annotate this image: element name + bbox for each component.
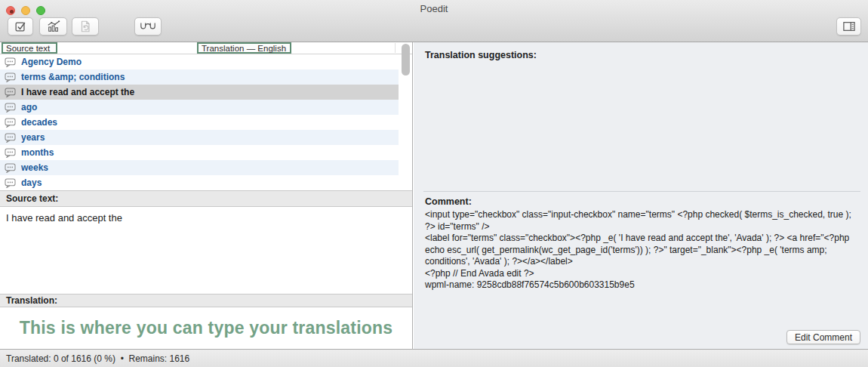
preview-glasses-icon [140,20,156,32]
list-item-label: Agency Demo [21,57,82,67]
main-area: Source text Translation — English Agency… [0,42,868,349]
statistics-button[interactable] [39,17,67,35]
validate-button[interactable] [8,17,33,35]
list-item-label: days [21,177,42,188]
list-item[interactable]: Agency Demo [0,54,399,69]
list-item[interactable]: decades [0,115,399,130]
entries-panel: Source text Translation — English Agency… [0,42,413,349]
comment-bubble-icon [5,133,16,143]
comment-text: <input type="checkbox" class="input-chec… [425,209,854,291]
list-item[interactable]: days [0,175,399,190]
list-item-label: weeks [21,162,48,173]
statistics-icon [46,20,61,33]
sidebar-toggle-button[interactable] [836,17,861,35]
poedit-window: { "window": { "title": "Poedit" }, "tool… [0,0,868,367]
source-text-display[interactable]: I have read and accept the [0,207,412,294]
translation-suggestions-label: Translation suggestions: [425,50,537,60]
comment-bubble-icon [5,57,16,67]
comment-label: Comment: [425,196,472,207]
comment-bubble-icon [5,163,16,173]
header-separator [395,43,396,53]
translation-band: Translation: [0,294,412,307]
list-item-label: ago [21,102,37,113]
status-bar: Translated: 0 of 1616 (0 %) • Remains: 1… [0,349,868,367]
list-item-label: months [21,147,54,158]
status-text: Translated: 0 of 1616 (0 %) • Remains: 1… [6,353,189,364]
translation-label: Translation: [6,295,57,306]
column-header-source-label: Source text [6,44,50,53]
comment-bubble-icon [5,148,16,158]
list-scrollbar-thumb[interactable] [402,44,410,76]
list-item-label: I have read and accept the [21,87,134,97]
list-item[interactable]: years [0,130,399,145]
validate-icon [14,20,27,33]
translation-input[interactable]: This is where you can type your translat… [0,307,412,349]
list-item-label: years [21,132,45,143]
titlebar[interactable]: Poedit [0,0,868,17]
comment-bubble-icon [5,88,16,97]
comment-bubble-icon [5,103,16,113]
edit-comment-button[interactable]: Edit Comment [786,330,860,344]
column-header-translation[interactable]: Translation — English [197,42,291,54]
source-text-value: I have read and accept the [6,212,122,224]
list-item[interactable]: ago [0,100,399,115]
sidebar-toggle-icon [842,20,856,32]
sidebar-panel: Translation suggestions: Comment: <input… [414,42,868,349]
list-header: Source text Translation — English [0,42,412,54]
toolbar [0,17,868,42]
preview-button[interactable] [134,17,162,35]
translation-placeholder: This is where you can type your translat… [20,318,392,338]
update-from-code-icon [78,20,92,33]
column-header-source[interactable]: Source text [2,42,57,54]
comment-bubble-icon [5,178,16,188]
comment-bubble-icon [5,72,16,82]
list-item[interactable]: weeks [0,160,399,175]
window-title: Poedit [0,3,868,14]
source-text-label: Source text: [6,193,58,204]
column-header-translation-label: Translation — English [202,44,286,53]
entries-list: Agency Demo terms &amp; conditions I hav… [0,54,412,191]
list-item[interactable]: terms &amp; conditions [0,69,399,85]
list-item-selected[interactable]: I have read and accept the [0,85,399,100]
list-item-label: terms &amp; conditions [21,72,125,82]
update-from-code-button[interactable] [72,17,99,35]
comment-bubble-icon [5,118,16,128]
window-chrome: Poedit [0,0,868,42]
list-item-label: decades [21,117,57,128]
sidebar-divider [423,191,860,192]
source-text-band: Source text: [0,190,412,207]
list-item[interactable]: months [0,145,399,160]
